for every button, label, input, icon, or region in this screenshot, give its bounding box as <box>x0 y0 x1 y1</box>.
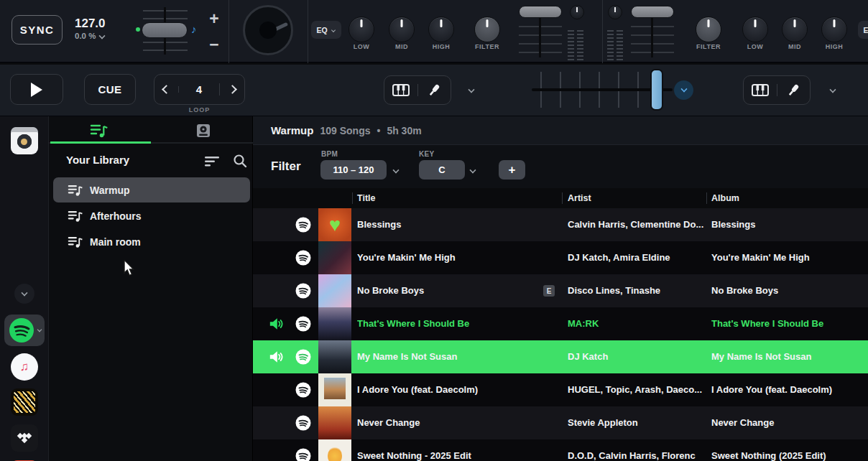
divider <box>602 0 603 63</box>
low-knob-left[interactable] <box>348 17 374 42</box>
eq-label: EQ <box>316 26 327 34</box>
knob-label: HIGH <box>809 43 859 50</box>
playlist-item-main-room[interactable]: Main room <box>53 229 250 254</box>
column-artist[interactable]: Artist <box>568 193 591 203</box>
eq-mode-button-right[interactable]: EQ <box>858 21 868 39</box>
tempo-slider-handle[interactable] <box>142 22 188 38</box>
table-row[interactable]: You're Makin' Me High DJ Katch, Amira El… <box>253 241 868 274</box>
level-meter <box>577 30 583 60</box>
add-filter-button[interactable]: + <box>499 160 525 180</box>
table-row[interactable]: Never Change Stevie Appleton Never Chang… <box>253 406 868 439</box>
playlist-name: Warmup <box>90 185 129 196</box>
tempo-minus-button[interactable]: − <box>203 35 225 54</box>
track-album: My Name Is Not Susan <box>711 351 866 362</box>
crossfader-options-button[interactable] <box>674 80 693 100</box>
jog-wheel-hub <box>259 22 277 39</box>
striped-service-icon[interactable] <box>11 388 38 416</box>
queue-music-icon <box>68 235 83 249</box>
eq-mode-button-left[interactable]: EQ <box>311 21 341 39</box>
cue-button[interactable]: CUE <box>84 74 136 105</box>
volume-fader-right[interactable] <box>631 6 674 18</box>
filter-knob-left[interactable] <box>474 17 500 42</box>
tab-crates[interactable] <box>195 122 212 139</box>
track-title: Blessings <box>357 219 537 230</box>
apple-music-icon[interactable]: ♫ <box>11 353 38 381</box>
track-title: Never Change <box>357 417 537 428</box>
filter-knob-right[interactable] <box>696 17 721 42</box>
search-button[interactable] <box>233 154 247 168</box>
track-album: Sweet Nothing (2025 Edit) <box>711 450 866 461</box>
loop-length-value[interactable]: 4 <box>179 83 220 96</box>
keyboard-icon <box>392 84 410 96</box>
table-row[interactable]: Blessings Calvin Harris, Clementine Do..… <box>253 208 868 241</box>
gain-knob-right[interactable] <box>608 5 622 19</box>
keyboard-button-left[interactable] <box>384 84 418 96</box>
level-meter <box>607 30 614 60</box>
pitch-display[interactable]: 0.0 % <box>75 32 105 40</box>
keyboard-icon <box>752 84 769 96</box>
filter-label: Filter <box>271 159 301 174</box>
tidal-icon[interactable] <box>11 424 38 452</box>
sync-button[interactable]: SYNC <box>11 15 63 45</box>
knob-label: FILTER <box>683 43 734 50</box>
sort-button[interactable] <box>205 156 221 167</box>
tidal-glyph <box>11 424 38 452</box>
playlist-item-afterhours[interactable]: Afterhours <box>53 203 250 228</box>
tempo-indicator-dot <box>136 27 140 32</box>
key-filter-pill[interactable]: C <box>419 160 465 180</box>
playlist-item-warmup[interactable]: Warmup <box>53 177 250 202</box>
album-art <box>318 307 351 340</box>
library-header: Your Library <box>66 154 129 166</box>
microphone-icon <box>785 83 801 98</box>
jog-wheel[interactable] <box>243 5 293 55</box>
track-album: You're Makin' Me High <box>711 252 866 263</box>
chevron-left-icon <box>162 85 171 94</box>
tempo-plus-button[interactable]: + <box>203 9 225 28</box>
mid-knob-right[interactable] <box>782 17 808 42</box>
collapse-sources-button[interactable] <box>14 284 34 304</box>
fader-track <box>539 14 541 57</box>
play-button[interactable] <box>10 74 63 105</box>
table-row-playing[interactable]: That's Where I Should Be MA:RK That's Wh… <box>253 307 868 340</box>
chevron-down-icon[interactable] <box>469 167 476 173</box>
volume-fader-left[interactable] <box>519 6 562 18</box>
column-album[interactable]: Album <box>711 193 739 203</box>
microphone-button-left[interactable] <box>418 83 451 98</box>
chevron-down-icon <box>37 327 42 332</box>
high-knob-left[interactable] <box>428 17 454 42</box>
spotify-source-selected[interactable] <box>4 315 45 346</box>
table-row[interactable]: No Broke Boys E Disco Lines, Tinashe No … <box>253 274 868 307</box>
crate-icon <box>195 122 212 139</box>
track-artist: MA:RK <box>568 318 708 329</box>
level-meter <box>568 30 574 60</box>
table-header: Title Artist Album <box>253 188 868 208</box>
queue-music-icon <box>68 183 83 197</box>
mid-knob-left[interactable] <box>389 17 415 42</box>
explicit-badge: E <box>543 285 555 297</box>
loop-increase-button[interactable] <box>220 86 244 93</box>
chevron-down-icon[interactable] <box>468 86 474 93</box>
loop-decrease-button[interactable] <box>154 86 179 93</box>
speaker-icon <box>269 350 283 364</box>
table-row[interactable]: I Adore You (feat. Daecolm) HUGEL, Topic… <box>253 373 868 406</box>
spotify-badge-icon <box>295 283 311 299</box>
table-row[interactable]: Sweet Nothing - 2025 Edit D.O.D, Calvin … <box>253 439 868 461</box>
gain-knob-left[interactable] <box>570 5 584 19</box>
filter-bar: Filter BPM 110 – 120 KEY C + <box>253 145 868 188</box>
low-knob-right[interactable] <box>742 17 768 42</box>
playlist-title: Warmup <box>271 124 313 136</box>
spotify-badge-icon <box>295 349 311 365</box>
chevron-down-icon[interactable] <box>392 167 399 173</box>
high-knob-right[interactable] <box>821 17 847 42</box>
table-row-selected[interactable]: My Name Is Not Susan DJ Katch My Name Is… <box>253 340 868 373</box>
column-title[interactable]: Title <box>357 193 375 203</box>
chevron-down-icon[interactable] <box>829 86 836 93</box>
tab-playlists[interactable] <box>90 122 108 139</box>
crossfader-handle[interactable] <box>650 69 663 111</box>
track-title: I Adore You (feat. Daecolm) <box>357 384 537 395</box>
active-tab-underline <box>50 141 151 144</box>
spotify-badge-icon <box>295 415 311 431</box>
bpm-filter-pill[interactable]: 110 – 120 <box>320 160 387 180</box>
keyboard-button-right[interactable] <box>744 84 777 96</box>
microphone-button-right[interactable] <box>777 83 811 98</box>
